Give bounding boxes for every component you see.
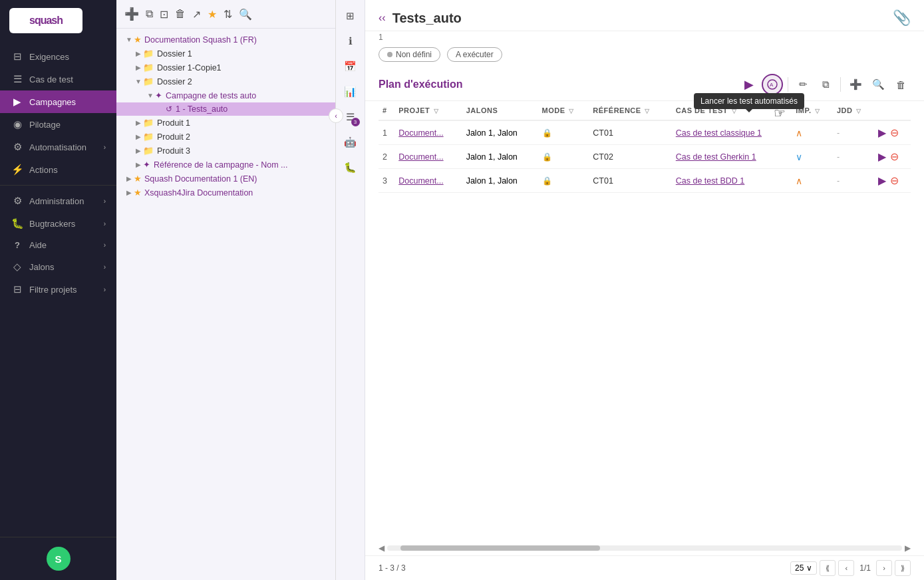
tree-item-1-tests-auto[interactable]: ↺ 1 - Tests_auto xyxy=(116,102,335,116)
cell-cas-de-test-2[interactable]: Cas de test Gherkin 1 xyxy=(672,145,792,169)
folder-icon-dossier-1: 📁 xyxy=(143,49,154,59)
tree-item-ref-campagne[interactable]: ▶ ✦ Référence de la campagne - Nom ... xyxy=(116,158,335,172)
robot-btn[interactable]: 🤖 xyxy=(340,132,361,153)
tree-item-dossier-2[interactable]: ▼ 📁 Dossier 2 xyxy=(116,74,335,88)
tree-toggle-squash-doc-en[interactable]: ▶ xyxy=(124,175,134,182)
tree-toggle-produit-2[interactable]: ▶ xyxy=(134,133,143,140)
tree-toggle-dossier-1[interactable]: ▶ xyxy=(134,50,143,57)
play-row-btn-3[interactable]: ▶ xyxy=(878,174,886,187)
export-tree-icon[interactable]: ↗ xyxy=(191,7,202,22)
calendar-btn[interactable]: 📅 xyxy=(340,56,361,77)
collapse-panel-btn[interactable]: ‹‹ xyxy=(379,12,386,24)
cell-projet-3[interactable]: Document... xyxy=(394,169,462,193)
sidebar-item-administration[interactable]: ⚙ Administration › xyxy=(0,190,116,212)
remove-row-btn-3[interactable]: ⊖ xyxy=(890,174,899,187)
user-avatar[interactable]: S xyxy=(47,547,71,571)
status-badge[interactable]: Non défini xyxy=(379,47,440,62)
copy-tree-icon[interactable]: ⧉ xyxy=(144,7,154,21)
tree-toggle-ref-campagne[interactable]: ▶ xyxy=(134,161,143,168)
delete-btn[interactable]: 🗑 xyxy=(891,74,911,94)
tree-item-campagne-tests-auto[interactable]: ▼ ✦ Campagne de tests auto xyxy=(116,88,335,102)
sidebar-item-exigences[interactable]: ⊟ Exigences xyxy=(0,45,116,68)
imp-filter-icon[interactable]: ▽ xyxy=(815,108,820,114)
search-tree-icon[interactable]: 🔍 xyxy=(237,7,253,22)
sidebar-item-campagnes[interactable]: ▶ Campagnes xyxy=(0,90,116,113)
tree-label-dossier-2: Dossier 2 xyxy=(157,77,192,86)
play-row-btn-1[interactable]: ▶ xyxy=(878,126,886,139)
cell-mode-2: 🔒 xyxy=(538,145,589,169)
projet-link-1[interactable]: Document... xyxy=(398,128,443,138)
sidebar-item-pilotage[interactable]: ◉ Pilotage xyxy=(0,113,116,136)
scroll-left-arrow[interactable]: ◀ xyxy=(379,543,385,553)
remove-row-btn-2[interactable]: ⊖ xyxy=(890,150,899,163)
tree-item-produit-3[interactable]: ▶ 📁 Produit 3 xyxy=(116,144,335,158)
scroll-right-arrow[interactable]: ▶ xyxy=(905,543,911,553)
status-label: Non défini xyxy=(396,50,432,59)
tree-item-dossier-1[interactable]: ▶ 📁 Dossier 1 xyxy=(116,47,335,61)
cas-de-test-link-2[interactable]: Cas de test Gherkin 1 xyxy=(676,152,756,162)
info-btn[interactable]: ℹ xyxy=(340,31,361,52)
paperclip-icon[interactable]: 📎 xyxy=(893,9,911,27)
reference-filter-icon[interactable]: ▽ xyxy=(645,108,650,114)
collapse-sidebar-btn[interactable]: ‹ xyxy=(329,108,343,123)
sidebar-item-cas-de-test[interactable]: ☰ Cas de test xyxy=(0,68,116,90)
sidebar-item-jalons[interactable]: ◇ Jalons › xyxy=(0,255,116,278)
edit-btn[interactable]: ✏ xyxy=(793,74,813,94)
sidebar-item-aide[interactable]: ? Aide › xyxy=(0,235,116,255)
first-page-btn[interactable]: ⟪ xyxy=(820,560,836,576)
tree-item-squash-doc-en[interactable]: ▶ ★ Squash Documentation 1 (EN) xyxy=(116,172,335,186)
chart-btn[interactable]: 📊 xyxy=(340,81,361,102)
per-page-select[interactable]: 25 ∨ xyxy=(790,561,817,575)
tree-item-doc-squash-fr[interactable]: ▼ ★ Documentation Squash 1 (FR) xyxy=(116,33,335,47)
tree-item-produit-2[interactable]: ▶ 📁 Produit 2 xyxy=(116,130,335,144)
play-all-btn[interactable]: ▶ xyxy=(739,74,759,94)
scroll-thumb[interactable] xyxy=(400,545,600,551)
tree-toggle-xsquash-jira[interactable]: ▶ xyxy=(124,189,134,196)
auto-run-btn[interactable]: A xyxy=(762,74,783,95)
tree-item-xsquash-jira[interactable]: ▶ ★ Xsquash4Jira Documentation xyxy=(116,186,335,200)
cell-projet-1[interactable]: Document... xyxy=(394,120,462,145)
cell-projet-2[interactable]: Document... xyxy=(394,145,462,169)
tree-toggle-campagne-tests-auto[interactable]: ▼ xyxy=(146,92,155,99)
scroll-track[interactable] xyxy=(387,545,902,551)
prev-page-btn[interactable]: ‹ xyxy=(838,560,854,576)
delete-tree-icon[interactable]: 🗑 xyxy=(174,7,187,21)
remove-row-btn-1[interactable]: ⊖ xyxy=(890,126,899,139)
sidebar-item-actions[interactable]: ⚡ Actions xyxy=(0,158,116,181)
tree-toggle-produit-3[interactable]: ▶ xyxy=(134,147,143,154)
sidebar-item-filtre-projets[interactable]: ⊟ Filtre projets › xyxy=(0,278,116,301)
tree-item-produit-1[interactable]: ▶ 📁 Produit 1 xyxy=(116,116,335,130)
projet-filter-icon[interactable]: ▽ xyxy=(434,108,439,114)
next-page-btn[interactable]: › xyxy=(876,560,892,576)
bug-btn[interactable]: 🐛 xyxy=(340,157,361,178)
add-btn[interactable]: ➕ xyxy=(846,74,865,94)
mode-filter-icon[interactable]: ▽ xyxy=(569,108,574,114)
horizontal-scrollbar[interactable]: ◀ ▶ xyxy=(365,541,924,555)
cas-de-test-filter-icon[interactable]: ▽ xyxy=(732,108,737,114)
sort-tree-icon[interactable]: ⇅ xyxy=(222,7,233,22)
tree-item-dossier-1-copie1[interactable]: ▶ 📁 Dossier 1-Copie1 xyxy=(116,61,335,74)
search-btn[interactable]: 🔍 xyxy=(868,74,888,94)
tree-toggle-produit-1[interactable]: ▶ xyxy=(134,119,143,126)
projet-link-3[interactable]: Document... xyxy=(398,176,443,186)
cas-de-test-link-1[interactable]: Cas de test classique 1 xyxy=(676,128,762,138)
last-page-btn[interactable]: ⟫ xyxy=(895,560,911,576)
cell-cas-de-test-1[interactable]: Cas de test classique 1 xyxy=(672,120,792,145)
sidebar-item-automatisation[interactable]: ⚙ Automatisation › xyxy=(0,136,116,158)
tree-toggle-dossier-1-copie1[interactable]: ▶ xyxy=(134,64,143,71)
paste-tree-icon[interactable]: ⊡ xyxy=(158,7,170,22)
cell-cas-de-test-3[interactable]: Cas de test BDD 1 xyxy=(672,169,792,193)
play-row-btn-2[interactable]: ▶ xyxy=(878,150,886,163)
tree-toggle-dossier-2[interactable]: ▼ xyxy=(134,78,143,85)
tree-toggle-doc-squash-fr[interactable]: ▼ xyxy=(124,36,134,43)
add-tree-icon[interactable]: ➕ xyxy=(123,5,140,23)
grid-view-btn[interactable]: ⊞ xyxy=(340,5,361,27)
cas-de-test-link-3[interactable]: Cas de test BDD 1 xyxy=(676,176,745,186)
copy-btn[interactable]: ⧉ xyxy=(816,74,836,94)
sidebar-item-bugtrackers[interactable]: 🐛 Bugtrackers › xyxy=(0,212,116,235)
star-tree-icon[interactable]: ★ xyxy=(206,7,218,22)
squash-logo[interactable]: squash xyxy=(9,8,82,33)
exec-badge[interactable]: A exécuter xyxy=(447,47,502,62)
projet-link-2[interactable]: Document... xyxy=(398,152,443,162)
jdd-filter-icon[interactable]: ▽ xyxy=(856,108,861,114)
